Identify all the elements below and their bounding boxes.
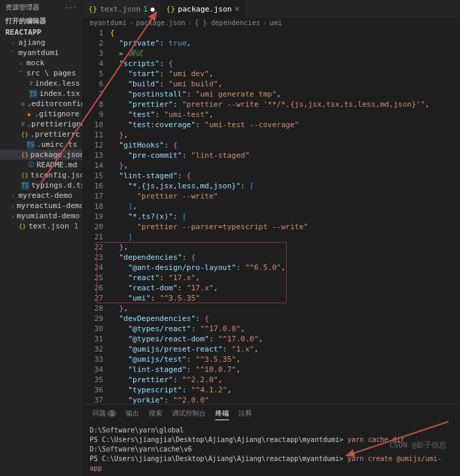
folder-item[interactable]: ˅myantdumi	[0, 48, 82, 58]
panel-tab[interactable]: 输出	[126, 407, 139, 420]
code-line[interactable]: "scripts": {	[110, 58, 460, 69]
code-line[interactable]: "typescript": "^4.1.2",	[110, 385, 460, 395]
breadcrumb-item[interactable]: { } dependencies	[195, 19, 260, 27]
breadcrumb-item[interactable]: umi	[270, 19, 282, 27]
file-item[interactable]: {}.prettierrc	[0, 129, 82, 139]
panel-tab-label: 注释	[238, 409, 252, 417]
chevron-icon: ›	[11, 192, 16, 199]
file-item[interactable]: #index.less	[0, 78, 82, 88]
file-item[interactable]: {}package.json	[0, 150, 82, 160]
braces-icon: {}	[18, 222, 26, 231]
workspace-root[interactable]: REACTAPP	[0, 27, 82, 37]
panel-tab[interactable]: 注释	[238, 407, 252, 420]
code-line[interactable]: "@ant-design/pro-layout": "^6.5.0",	[110, 262, 460, 273]
file-item[interactable]: ⚙.editorconfig	[0, 99, 82, 109]
editor-tab[interactable]: {}text.json1×	[83, 0, 161, 18]
tree-item-label: mock	[26, 58, 45, 67]
file-item[interactable]: #.prettierignore	[0, 119, 82, 129]
code-line[interactable]: "umi": "^3.5.35"	[110, 293, 460, 303]
panel-tab[interactable]: 终端	[215, 407, 229, 420]
code-line[interactable]: "yorkie": "^2.0.0"	[110, 395, 460, 404]
panel-tab[interactable]: 调试控制台	[172, 407, 206, 420]
code-line[interactable]: "@types/react": "^17.0.0",	[110, 324, 460, 334]
folder-item[interactable]: ˅src \ pages	[0, 68, 82, 78]
folder-item[interactable]: ›mock	[0, 58, 82, 68]
editor: 1234567891011121314151617181920212223242…	[83, 28, 460, 404]
braces-icon: {}	[88, 5, 97, 14]
code-line[interactable]: "lint-staged": "^10.0.7",	[110, 364, 460, 375]
file-item[interactable]: {}tsconfig.json	[0, 170, 82, 180]
chevron-icon: ˅	[19, 70, 24, 77]
ts-icon: TS	[21, 182, 29, 190]
code-line[interactable]: "*.{js,jsx,less,md,json}": [	[110, 181, 460, 191]
panel-tab[interactable]: 问题1	[92, 407, 116, 420]
chevron-icon: ›	[11, 203, 14, 209]
file-item[interactable]: ◆.gitignore	[0, 109, 82, 119]
code-line[interactable]: "@types/react-dom": "^17.0.0",	[110, 334, 460, 344]
code-line[interactable]: "prettier --write"	[110, 191, 460, 201]
code-line[interactable]: "build": "umi build",	[110, 79, 460, 89]
tree-item-label: ajiang	[18, 38, 46, 47]
tree-item-label: .prettierignore	[26, 120, 82, 129]
tab-badge: 1	[143, 5, 148, 14]
code-line[interactable]: },	[110, 242, 460, 252]
code-line[interactable]: ]	[110, 232, 460, 242]
code-line[interactable]: "start": "umi dev",	[110, 69, 460, 79]
breadcrumb-item[interactable]: package.json	[136, 19, 185, 27]
code-line[interactable]: ],	[110, 201, 460, 211]
code-line[interactable]: "prettier": "prettier --write '**/*.{js,…	[110, 99, 460, 109]
code-line[interactable]: {	[110, 28, 460, 38]
line-numbers: 1234567891011121314151617181920212223242…	[83, 28, 110, 404]
file-item[interactable]: TS.umirc.ts	[0, 139, 82, 150]
open-editors-label[interactable]: 打开的编辑器	[0, 15, 82, 27]
tree-item-label: src \ pages	[26, 69, 76, 78]
code-line[interactable]: "react": "17.x",	[110, 273, 460, 283]
code-line[interactable]: "prettier": "^2.2.0",	[110, 375, 460, 385]
code-content[interactable]: { "private": true, ► 调试 "scripts": { "st…	[110, 28, 460, 404]
badge: 1	[74, 222, 79, 230]
tree-item-label: .umirc.ts	[37, 140, 77, 149]
panel-tab[interactable]: 搜索	[149, 407, 162, 420]
tree-item-label: myreactumi-demo	[16, 201, 82, 210]
file-item[interactable]: TSindex.tsx	[0, 88, 82, 99]
tree-item-label: myantdumi	[18, 48, 59, 57]
code-line[interactable]: },	[110, 160, 460, 171]
folder-item[interactable]: ›myumiantd-demo	[0, 211, 82, 221]
close-icon[interactable]: ×	[234, 4, 239, 14]
code-line[interactable]: "pre-commit": "lint-staged"	[110, 150, 460, 160]
code-line[interactable]: "test:coverage": "umi-test --coverage"	[110, 120, 460, 130]
folder-item[interactable]: ›myreact-demo	[0, 190, 82, 201]
code-line[interactable]: "@umijs/test": "^3.5.35",	[110, 354, 460, 364]
code-line[interactable]: "lint-staged": {	[110, 171, 460, 181]
tree-item-label: text.json	[29, 222, 69, 231]
sidebar: 资源管理器 ··· 打开的编辑器 REACTAPP ›ajiang˅myantd…	[0, 0, 83, 476]
breadcrumb[interactable]: myantdumi›package.json›{ } dependencies›…	[83, 18, 460, 28]
folder-item[interactable]: ›myreactumi-demo	[0, 201, 82, 211]
code-line[interactable]: "react-dom": "17.x",	[110, 283, 460, 293]
code-line[interactable]: "dependencies": {	[110, 252, 460, 262]
breadcrumb-sep: ›	[263, 19, 267, 27]
code-line[interactable]: "@umijs/preset-react": "1.x",	[110, 344, 460, 354]
tree-item-label: README.md	[37, 160, 77, 169]
panel-count: 1	[107, 410, 116, 417]
file-item[interactable]: {}text.json1	[0, 221, 82, 231]
code-line[interactable]: "*.ts?(x)": [	[110, 211, 460, 222]
file-item[interactable]: TStypings.d.ts	[0, 180, 82, 190]
panel-tab-label: 问题	[92, 409, 106, 417]
code-line[interactable]: ► 调试	[110, 48, 460, 58]
more-icon[interactable]: ···	[65, 4, 77, 12]
code-line[interactable]: "gitHooks": {	[110, 140, 460, 150]
chevron-icon: ›	[19, 60, 24, 67]
code-line[interactable]: "private": true,	[110, 38, 460, 48]
folder-item[interactable]: ›ajiang	[0, 37, 82, 48]
code-line[interactable]: "postinstall": "umi generate tmp",	[110, 89, 460, 99]
code-line[interactable]: "prettier --parser=typescript --write"	[110, 222, 460, 232]
code-line[interactable]: },	[110, 130, 460, 140]
code-line[interactable]: "test": "umi-test",	[110, 109, 460, 120]
editor-tab[interactable]: {}package.json×	[161, 0, 246, 18]
file-item[interactable]: ⓘREADME.md	[0, 160, 82, 170]
breadcrumb-item[interactable]: myantdumi	[90, 19, 126, 27]
chevron-icon: ›	[11, 39, 16, 46]
code-line[interactable]: "devDependencies": {	[110, 313, 460, 324]
code-line[interactable]: },	[110, 303, 460, 313]
